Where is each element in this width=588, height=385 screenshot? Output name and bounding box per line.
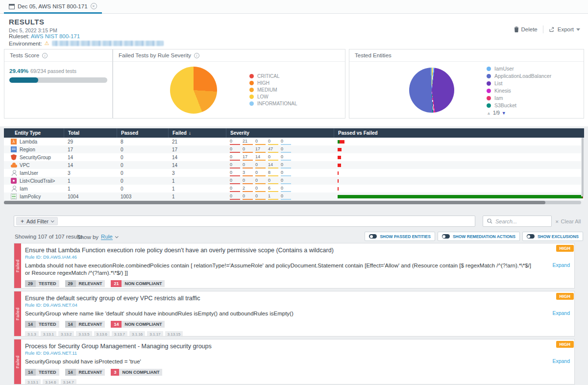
region-icon <box>11 146 17 152</box>
severity-count: 47 <box>268 146 278 153</box>
show-by-value[interactable]: Rule <box>101 234 113 240</box>
table-row[interactable]: VPC14014000140 <box>4 161 584 169</box>
delete-label: Delete <box>521 26 538 32</box>
entity-name: VPC <box>20 163 30 168</box>
legend-item[interactable]: S3Bucket <box>487 102 551 108</box>
legend-page-up-icon[interactable] <box>487 110 491 116</box>
legend-dot <box>249 95 254 99</box>
table-row[interactable]: List<CloudTrail>10100000 <box>4 177 584 185</box>
export-button[interactable]: Export <box>549 26 580 32</box>
expand-link[interactable]: Expand <box>552 310 570 316</box>
expand-link[interactable]: Expand <box>552 262 570 268</box>
table-row[interactable]: IamPolicy10041003100010 <box>4 192 584 200</box>
result-card[interactable]: FailedEnsure that Lambda Function execut… <box>14 243 575 289</box>
iam-user-icon <box>11 170 17 176</box>
relevant-label: RELEVANT <box>76 321 105 328</box>
rule-id-link[interactable]: Rule ID: D9.AWS.NET.11 <box>25 350 569 356</box>
expand-link[interactable]: Expand <box>552 358 570 364</box>
legend-label: INFORMATIONAL <box>257 101 297 106</box>
table-body: Lambda29821021000Region170170017470Secur… <box>4 138 584 200</box>
cloudtrail-list-icon <box>11 178 17 184</box>
toggle-show-remediation-actions[interactable]: SHOW REMEDIATION ACTIONS <box>438 232 520 241</box>
column-entity-type[interactable]: Entity Type <box>4 128 64 138</box>
compliance-section-tag: 3.13.2 <box>58 331 74 337</box>
rule-id-link[interactable]: Rule ID: D9.AWS.IAM.46 <box>25 254 569 260</box>
legend-item[interactable]: Iam <box>487 95 551 101</box>
entities-chart-title: Tested Entities <box>355 52 392 58</box>
legend-item[interactable]: CRITICAL <box>249 73 297 79</box>
info-icon[interactable] <box>42 53 48 58</box>
legend-item[interactable]: HIGH <box>249 80 297 86</box>
result-card[interactable]: FailedEnsure the default security group … <box>14 291 575 337</box>
table-row[interactable]: Region170170017470 <box>4 145 584 153</box>
table-horizontal-scrollbar-thumb[interactable] <box>4 201 545 204</box>
card-main: Process for Security Group Management - … <box>21 339 574 385</box>
status-strip: Failed <box>14 243 21 288</box>
toggle-show-exclusions[interactable]: SHOW EXCLUSIONS <box>522 232 583 241</box>
environment-label: Environment: <box>9 41 42 47</box>
legend-item[interactable]: LOW <box>249 94 297 99</box>
filter-bar[interactable]: Add Filter <box>14 216 475 227</box>
result-card[interactable]: FailedProcess for Security Group Managem… <box>14 339 575 385</box>
severity-count: 17 <box>243 154 253 161</box>
passed-vs-failed-bar <box>338 179 584 183</box>
status-strip: Failed <box>14 339 21 384</box>
column-passed-vs-failed[interactable]: Passed vs Failed <box>334 128 584 138</box>
legend-dot <box>487 96 491 100</box>
legend-item[interactable]: INFORMATIONAL <box>249 101 297 106</box>
toggle-show-passed-entities[interactable]: SHOW PASSED ENTITIES <box>365 232 435 241</box>
passed-vs-failed-cell <box>334 140 584 144</box>
table-row[interactable]: Lambda29821021000 <box>4 138 584 145</box>
entities-pie-chart[interactable] <box>409 68 454 113</box>
ruleset-link[interactable]: AWS NIST 800-171 <box>31 33 80 39</box>
relevant-badge: 29RELEVANT <box>65 280 105 287</box>
table-row[interactable]: IamUser30303080 <box>4 169 584 177</box>
environment-redacted-value[interactable] <box>52 41 164 46</box>
severity-badge: HIGH <box>556 245 574 252</box>
tests-score-line: 29.49%69/234 passed tests <box>9 68 107 74</box>
tests-score-percent: 29.49% <box>9 68 28 74</box>
add-filter-button[interactable]: Add Filter <box>16 217 58 225</box>
column-passed[interactable]: Passed <box>117 128 168 138</box>
legend-item[interactable]: MEDIUM <box>249 87 297 93</box>
security-group-icon <box>11 154 17 160</box>
legend-dot <box>487 81 491 86</box>
legend-item[interactable]: IamUser <box>487 66 551 72</box>
compliance-section-tag: 3.13.15 <box>165 331 183 337</box>
severity-count: 17 <box>255 146 266 153</box>
export-label: Export <box>558 26 574 32</box>
total-cell: 14 <box>64 163 117 168</box>
ruleset-line: Ruleset: AWS NIST 800-171 <box>9 33 80 39</box>
table-vertical-scrollbar[interactable] <box>581 138 584 196</box>
legend-item[interactable]: Kinesis <box>487 88 551 94</box>
rule-id-link[interactable]: Rule ID: D9.AWS.NET.04 <box>25 302 569 308</box>
entity-type-cell: Iam <box>4 186 64 192</box>
assessment-tab[interactable]: Dec 05, AWS NIST 800-171 <box>4 0 102 14</box>
table-row[interactable]: Iam10102060 <box>4 185 584 192</box>
severity-count: 0 <box>230 146 240 153</box>
search-input[interactable] <box>495 218 547 224</box>
legend-page-down-icon[interactable] <box>502 110 506 116</box>
tested-label: TESTED <box>36 321 59 328</box>
legend-dot <box>249 81 254 85</box>
legend-item[interactable]: ApplicationLoadBalancer <box>487 73 551 79</box>
info-icon[interactable] <box>194 53 199 58</box>
severity-pie-chart[interactable] <box>170 67 217 114</box>
severity-count: 8 <box>268 170 278 176</box>
column-total[interactable]: Total <box>64 128 117 138</box>
passed-cell: 0 <box>117 170 168 176</box>
column-severity[interactable]: Severity <box>226 128 334 138</box>
passed-cell: 0 <box>117 163 168 168</box>
trash-icon <box>514 26 519 32</box>
view-toggles: SHOW PASSED ENTITIESSHOW REMEDIATION ACT… <box>365 232 583 241</box>
tests-score-detail: 69/234 passed tests <box>30 68 76 74</box>
passed-cell: 0 <box>117 186 168 192</box>
close-tab-icon[interactable] <box>91 3 97 9</box>
iam-policy-icon <box>11 193 17 199</box>
relevant-count: 14 <box>65 369 76 376</box>
delete-button[interactable]: Delete <box>514 26 538 32</box>
column-failed-sorted[interactable]: Failed <box>168 128 226 138</box>
legend-item[interactable]: List <box>487 80 551 86</box>
clear-all-button[interactable]: Clear All <box>555 218 581 224</box>
table-row[interactable]: SecurityGroup140140171400 <box>4 153 584 161</box>
